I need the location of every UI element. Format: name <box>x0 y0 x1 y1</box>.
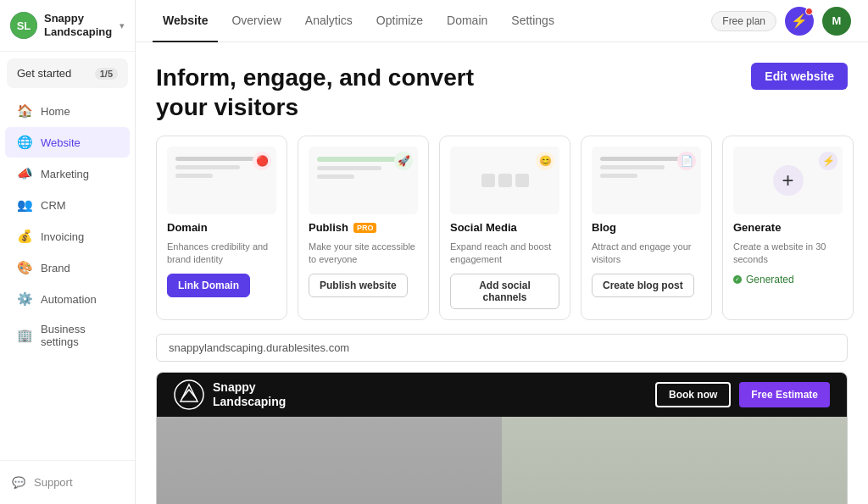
chevron-down-icon: ▾ <box>120 20 125 31</box>
top-navigation: Website Overview Analytics Optimize Doma… <box>136 0 868 42</box>
lightning-button[interactable]: ⚡ <box>785 7 814 36</box>
tab-overview[interactable]: Overview <box>221 1 291 42</box>
tab-settings[interactable]: Settings <box>501 1 565 42</box>
business-settings-icon: 🏢 <box>17 328 32 343</box>
nav-tabs: Website Overview Analytics Optimize Doma… <box>153 0 711 42</box>
social-media-card-title: Social Media <box>450 221 517 234</box>
sidebar-item-automation[interactable]: ⚙️ Automation <box>5 284 130 314</box>
sidebar-nav: 🏠 Home 🌐 Website 📣 Marketing 👥 CRM 💰 Inv… <box>0 91 135 460</box>
free-plan-badge[interactable]: Free plan <box>711 11 776 31</box>
blog-card-title: Blog <box>592 221 616 234</box>
website-icon: 🌐 <box>17 135 32 150</box>
publish-card-desc: Make your site accessible to everyone <box>309 241 418 267</box>
svg-text:SL: SL <box>17 19 31 32</box>
blog-badge-icon: 📄 <box>677 152 696 170</box>
support-label: Support <box>34 476 73 489</box>
sidebar-item-label: Brand <box>41 262 70 274</box>
sidebar-item-label: CRM <box>41 199 66 212</box>
sidebar-item-label: Business settings <box>41 323 118 348</box>
home-icon: 🏠 <box>17 103 32 119</box>
sidebar-item-brand[interactable]: 🎨 Brand <box>5 252 130 283</box>
sidebar-company-header[interactable]: SL Snappy Landscaping ▾ <box>0 0 135 52</box>
create-blog-post-button[interactable]: Create blog post <box>592 274 694 297</box>
tab-website[interactable]: Website <box>153 1 218 42</box>
link-domain-button[interactable]: Link Domain <box>167 274 250 297</box>
sidebar: SL Snappy Landscaping ▾ Get started 1/5 … <box>0 0 136 504</box>
automation-icon: ⚙️ <box>17 291 32 307</box>
tab-optimize[interactable]: Optimize <box>366 1 433 42</box>
preview-navbar: SnappyLandscaping Book now Free Estimate <box>157 373 847 417</box>
generated-status: Generated <box>733 274 843 285</box>
feature-cards-row: 🔴 Domain Enhances credibility and brand … <box>136 136 868 334</box>
sidebar-item-business-settings[interactable]: 🏢 Business settings <box>5 315 130 356</box>
website-url-bar: snappylandscaping.durablesites.com <box>156 334 848 362</box>
company-name: Snappy Landscaping <box>44 12 113 38</box>
domain-card-title: Domain <box>167 221 208 234</box>
get-started-item[interactable]: Get started 1/5 <box>7 58 128 88</box>
generate-card-desc: Create a website in 30 seconds <box>733 241 843 267</box>
publish-badge-icon: 🚀 <box>394 152 413 170</box>
blog-card-desc: Attract and engage your visitors <box>592 241 701 267</box>
edit-website-button[interactable]: Edit website <box>751 63 848 90</box>
social-media-badge-icon: 😊 <box>536 152 554 170</box>
blog-title-row: Blog <box>592 221 701 234</box>
avatar: SL <box>10 12 37 39</box>
domain-card-preview: 🔴 <box>167 147 276 214</box>
notification-dot <box>805 8 813 15</box>
generate-card-title: Generate <box>733 221 781 234</box>
invoicing-icon: 💰 <box>17 229 32 244</box>
user-avatar[interactable]: M <box>822 7 851 36</box>
preview-logo-icon <box>174 379 204 410</box>
brand-icon: 🎨 <box>17 260 32 275</box>
topnav-right: Free plan ⚡ M <box>711 7 851 36</box>
get-started-badge: 1/5 <box>95 68 118 80</box>
sidebar-footer: 💬 Support <box>0 460 135 504</box>
get-started-label: Get started <box>17 67 71 80</box>
domain-badge-icon: 🔴 <box>253 152 271 170</box>
generate-badge-icon: ⚡ <box>819 152 837 170</box>
domain-card[interactable]: 🔴 Domain Enhances credibility and brand … <box>156 136 287 320</box>
sidebar-item-label: Marketing <box>41 168 89 180</box>
website-preview: SnappyLandscaping Book now Free Estimate… <box>156 372 848 504</box>
sidebar-item-crm[interactable]: 👥 CRM <box>5 190 130 220</box>
page-title: Inform, engage, and convert your visitor… <box>156 63 474 122</box>
sidebar-item-website[interactable]: 🌐 Website <box>5 127 130 158</box>
sidebar-item-home[interactable]: 🏠 Home <box>5 96 130 126</box>
svg-marker-3 <box>181 385 198 402</box>
sidebar-item-support[interactable]: 💬 Support <box>12 469 123 496</box>
preview-hero: Rediscover Your <box>157 417 847 504</box>
sidebar-item-marketing[interactable]: 📣 Marketing <box>5 158 130 189</box>
content-area: Inform, engage, and convert your visitor… <box>136 42 868 504</box>
generated-dot-icon <box>733 275 742 284</box>
preview-company-name: SnappyLandscaping <box>213 380 286 409</box>
domain-title-row: Domain <box>167 221 276 234</box>
publish-card-title: Publish <box>309 221 348 234</box>
book-now-button[interactable]: Book now <box>655 382 731 407</box>
domain-card-desc: Enhances credibility and brand identity <box>167 241 276 267</box>
free-estimate-button[interactable]: Free Estimate <box>739 382 830 407</box>
generate-card-preview: + ⚡ <box>733 147 843 214</box>
publish-card-preview: 🚀 <box>309 147 418 214</box>
sidebar-item-label: Automation <box>41 293 97 306</box>
sidebar-item-invoicing[interactable]: 💰 Invoicing <box>5 221 130 252</box>
tab-analytics[interactable]: Analytics <box>295 1 363 42</box>
social-media-card[interactable]: 😊 Social Media Expand reach and boost en… <box>439 136 570 320</box>
social-media-card-desc: Expand reach and boost engagement <box>450 241 559 267</box>
preview-logo: SnappyLandscaping <box>174 379 286 410</box>
publish-website-button[interactable]: Publish website <box>309 274 408 297</box>
support-icon: 💬 <box>12 476 25 489</box>
sidebar-item-label: Invoicing <box>41 230 84 243</box>
generate-preview-icon: + <box>773 165 804 196</box>
overview-header: Inform, engage, and convert your visitor… <box>136 42 868 136</box>
crm-icon: 👥 <box>17 197 32 213</box>
blog-card[interactable]: 📄 Blog Attract and engage your visitors … <box>581 136 712 320</box>
marketing-icon: 📣 <box>17 166 32 181</box>
pro-badge: PRO <box>353 223 377 233</box>
tab-domain[interactable]: Domain <box>437 1 498 42</box>
add-social-channels-button[interactable]: Add social channels <box>450 274 559 309</box>
social-media-card-preview: 😊 <box>450 147 559 214</box>
social-title-row: Social Media <box>450 221 559 234</box>
generate-card[interactable]: + ⚡ Generate Create a website in 30 seco… <box>722 136 854 320</box>
sidebar-item-label: Home <box>41 105 70 118</box>
publish-card[interactable]: 🚀 Publish PRO Make your site accessible … <box>298 136 429 320</box>
